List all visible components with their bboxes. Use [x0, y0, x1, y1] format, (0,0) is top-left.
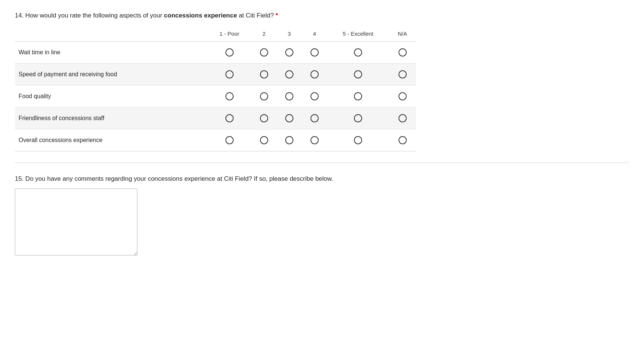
- row-label-speed-payment: Speed of payment and receiving food: [15, 63, 207, 85]
- radio-cell-speed-payment-col2[interactable]: [251, 63, 277, 85]
- radio-friendliness-col2[interactable]: [260, 114, 268, 122]
- radio-food-quality-col5[interactable]: [354, 92, 362, 100]
- radio-cell-food-quality-col4[interactable]: [302, 85, 327, 107]
- header-col-1: 1 - Poor: [207, 28, 251, 42]
- header-label-col: [15, 28, 207, 42]
- radio-speed-payment-col4[interactable]: [310, 70, 319, 78]
- question-14-bold: concessions experience: [164, 12, 237, 19]
- radio-overall-col2[interactable]: [260, 136, 268, 144]
- radio-cell-wait-time-col5[interactable]: [327, 41, 389, 63]
- question-15-bold: concessions experience: [148, 175, 215, 182]
- section-divider: [15, 163, 629, 163]
- radio-cell-food-quality-col6[interactable]: [389, 85, 416, 107]
- radio-cell-friendliness-col2[interactable]: [251, 107, 277, 129]
- radio-wait-time-col6[interactable]: [399, 48, 407, 57]
- radio-cell-wait-time-col3[interactable]: [277, 41, 302, 63]
- radio-speed-payment-col5[interactable]: [354, 70, 362, 78]
- radio-speed-payment-col2[interactable]: [260, 70, 268, 78]
- radio-overall-col1[interactable]: [225, 136, 234, 144]
- radio-wait-time-col2[interactable]: [260, 48, 268, 57]
- radio-cell-food-quality-col5[interactable]: [327, 85, 389, 107]
- question-14-section: 14. How would you rate the following asp…: [15, 11, 629, 151]
- radio-cell-speed-payment-col4[interactable]: [302, 63, 327, 85]
- question-14-label-suffix: at Citi Field?: [237, 12, 274, 19]
- radio-cell-friendliness-col5[interactable]: [327, 107, 389, 129]
- radio-overall-col3[interactable]: [285, 136, 293, 144]
- radio-overall-col5[interactable]: [354, 136, 362, 144]
- radio-cell-food-quality-col3[interactable]: [277, 85, 302, 107]
- radio-cell-friendliness-col6[interactable]: [389, 107, 416, 129]
- radio-cell-friendliness-col4[interactable]: [302, 107, 327, 129]
- radio-cell-wait-time-col6[interactable]: [389, 41, 416, 63]
- question-15-label-suffix: at Citi Field? If so, please describe be…: [215, 175, 334, 182]
- radio-friendliness-col3[interactable]: [285, 114, 293, 122]
- radio-cell-overall-col2[interactable]: [251, 129, 277, 151]
- question-14-title: 14. How would you rate the following asp…: [15, 11, 629, 20]
- radio-friendliness-col4[interactable]: [310, 114, 319, 122]
- row-label-food-quality: Food quality: [15, 85, 207, 107]
- question-15-title: 15. Do you have any comments regarding y…: [15, 174, 629, 184]
- table-row: Overall concessions experience: [15, 129, 416, 151]
- question-14-label-prefix: 14. How would you rate the following asp…: [15, 12, 164, 19]
- table-header-row: 1 - Poor 2 3 4 5 - Excellent N/A: [15, 28, 416, 42]
- radio-overall-col6[interactable]: [399, 136, 407, 144]
- rating-table: 1 - Poor 2 3 4 5 - Excellent N/A Wait ti…: [15, 28, 416, 151]
- question-15-section: 15. Do you have any comments regarding y…: [15, 174, 629, 256]
- header-col-2: 2: [251, 28, 277, 42]
- radio-wait-time-col1[interactable]: [225, 48, 234, 57]
- radio-cell-friendliness-col3[interactable]: [277, 107, 302, 129]
- radio-overall-col4[interactable]: [310, 136, 319, 144]
- required-indicator: *: [276, 12, 278, 19]
- radio-cell-speed-payment-col1[interactable]: [207, 63, 251, 85]
- radio-cell-food-quality-col2[interactable]: [251, 85, 277, 107]
- radio-food-quality-col6[interactable]: [399, 92, 407, 100]
- radio-cell-wait-time-col1[interactable]: [207, 41, 251, 63]
- radio-friendliness-col6[interactable]: [399, 114, 407, 122]
- radio-food-quality-col1[interactable]: [225, 92, 234, 100]
- header-col-na: N/A: [389, 28, 416, 42]
- radio-food-quality-col2[interactable]: [260, 92, 268, 100]
- radio-cell-overall-col3[interactable]: [277, 129, 302, 151]
- radio-cell-speed-payment-col3[interactable]: [277, 63, 302, 85]
- radio-cell-overall-col1[interactable]: [207, 129, 251, 151]
- radio-cell-friendliness-col1[interactable]: [207, 107, 251, 129]
- radio-cell-overall-col4[interactable]: [302, 129, 327, 151]
- radio-cell-food-quality-col1[interactable]: [207, 85, 251, 107]
- table-row: Wait time in line: [15, 41, 416, 63]
- header-col-4: 4: [302, 28, 327, 42]
- radio-food-quality-col4[interactable]: [310, 92, 319, 100]
- table-row: Friendliness of concessions staff: [15, 107, 416, 129]
- radio-speed-payment-col3[interactable]: [285, 70, 293, 78]
- radio-wait-time-col3[interactable]: [285, 48, 293, 57]
- radio-cell-wait-time-col2[interactable]: [251, 41, 277, 63]
- radio-wait-time-col4[interactable]: [310, 48, 319, 57]
- header-col-3: 3: [277, 28, 302, 42]
- radio-speed-payment-col6[interactable]: [399, 70, 407, 78]
- radio-food-quality-col3[interactable]: [285, 92, 293, 100]
- row-label-friendliness: Friendliness of concessions staff: [15, 107, 207, 129]
- radio-friendliness-col1[interactable]: [225, 114, 234, 122]
- header-col-5: 5 - Excellent: [327, 28, 389, 42]
- radio-cell-speed-payment-col6[interactable]: [389, 63, 416, 85]
- radio-wait-time-col5[interactable]: [354, 48, 362, 57]
- radio-cell-overall-col5[interactable]: [327, 129, 389, 151]
- table-row: Speed of payment and receiving food: [15, 63, 416, 85]
- radio-cell-wait-time-col4[interactable]: [302, 41, 327, 63]
- radio-cell-overall-col6[interactable]: [389, 129, 416, 151]
- comments-textarea[interactable]: [15, 189, 137, 255]
- row-label-wait-time: Wait time in line: [15, 41, 207, 63]
- row-label-overall: Overall concessions experience: [15, 129, 207, 151]
- question-15-label-prefix: 15. Do you have any comments regarding y…: [15, 175, 148, 182]
- radio-cell-speed-payment-col5[interactable]: [327, 63, 389, 85]
- radio-speed-payment-col1[interactable]: [225, 70, 234, 78]
- table-row: Food quality: [15, 85, 416, 107]
- radio-friendliness-col5[interactable]: [354, 114, 362, 122]
